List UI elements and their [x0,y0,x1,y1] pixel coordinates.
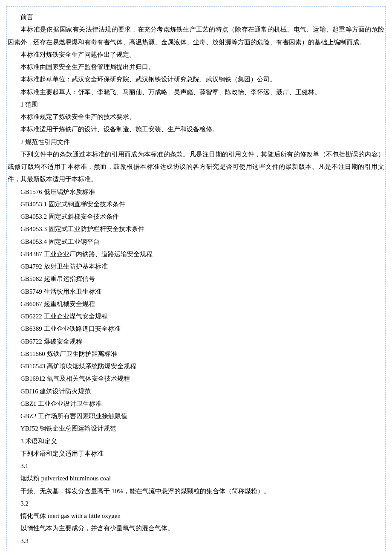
term-3-1-definition: 干燥、无灰基，挥发分含量高于 10%，能在气流中悬浮的煤颗粒的集合体（简称煤粉）… [8,485,384,497]
section-3-heading: 3 术语和定义 [8,435,384,448]
term-3-1-name: 烟煤粉 pulverized bituminous coal [8,472,384,485]
section-1-p1: 本标准规定了炼铁安全生产的技术要求。 [8,111,384,123]
reference-item: GB4792 放射卫生防护基本标准 [8,260,384,273]
term-3-1-number: 3.1 [8,460,384,472]
reference-item: GB4053.1 固定式钢直梯安全技术条件 [8,198,384,211]
reference-item: GB11660 炼铁厂卫生防护距离标准 [8,348,384,360]
preface-p4: 本标准起草单位：武汉安全环保研究院、武汉钢铁设计研究总院、武汉钢铁（集团）公司。 [8,73,384,86]
preface-p5: 本标准主要起草人：舒军、李晓飞、马丽仙、万成略、吴声彪、薛智章、陈改怡、李怀远、… [8,86,384,98]
preface-title: 前言 [8,11,384,23]
reference-item: GB6389 工业企业铁路道口安全标准 [8,323,384,335]
section-1-p2: 本标准适用于炼铁厂的设计、设备制造、施工安装、生产和设备检修。 [8,123,384,136]
term-3-3-number: 3.3 [8,535,384,547]
reference-item: GBZ1 工业企业设计卫生标准 [8,398,384,410]
reference-item: GB4053.3 固定式工业防护栏杆安全技术条件 [8,223,384,235]
term-3-2-number: 3.2 [8,497,384,510]
document-container: 前言 本标准是依据国家有关法律法规的要求，在充分考虑炼铁生产工艺的特点（除存在通… [6,6,386,551]
reference-item: GB4387 工业企业厂内铁路、道路运输安全规程 [8,248,384,260]
reference-item: GBJ16 建筑设计防火规范 [8,385,384,398]
reference-item: GB4053.4 固定式工业钢平台 [8,236,384,248]
section-3-intro: 下列术语和定义适用于本标准 [8,448,384,460]
reference-item: GB6067 起重机械安全规程 [8,298,384,310]
reference-item: GB6222 工业企业煤气安全规程 [8,310,384,323]
reference-item: GB4053.2 固定式斜梯安全技术条件 [8,211,384,223]
term-3-2-definition: 以惰性气本为主要成分，并含有少量氧气的混合气体。 [8,522,384,535]
section-2-intro: 下列文件中的条款通过本标准的引用而成为本标准的条款。凡是注日期的引用文件，其随后… [8,148,384,186]
section-1-heading: 1 范围 [8,98,384,111]
reference-item: GB16543 高炉喷吹烟煤系统防爆安全规程 [8,360,384,373]
reference-item: GBZ2 工作场所有害因素职业接触限值 [8,410,384,422]
reference-item: GB5749 生活饮用水卫生标准 [8,286,384,298]
preface-p1: 本标准是依据国家有关法律法规的要求，在充分考虑炼铁生产工艺的特点（除存在通常的机… [8,23,384,49]
section-2-heading: 2 规范性引用文件 [8,136,384,148]
reference-item: GB5082 起重吊运指挥信号 [8,273,384,285]
reference-item: GB6722 爆破安全规程 [8,335,384,348]
preface-p3: 本标准由国家安全生产监督管理局提出并归口。 [8,61,384,73]
reference-item: GB1576 低压锅炉水质标准 [8,186,384,198]
reference-item: GB16912 氧气及相关气体安全技术规程 [8,373,384,385]
term-3-2-name: 惰化气体 inert gas with a little oxygen [8,510,384,522]
preface-p2: 本标准对炼铁安全生产问题作出了规定。 [8,49,384,61]
reference-item: YBJ52 钢铁企业总图运输设计规范 [8,422,384,435]
